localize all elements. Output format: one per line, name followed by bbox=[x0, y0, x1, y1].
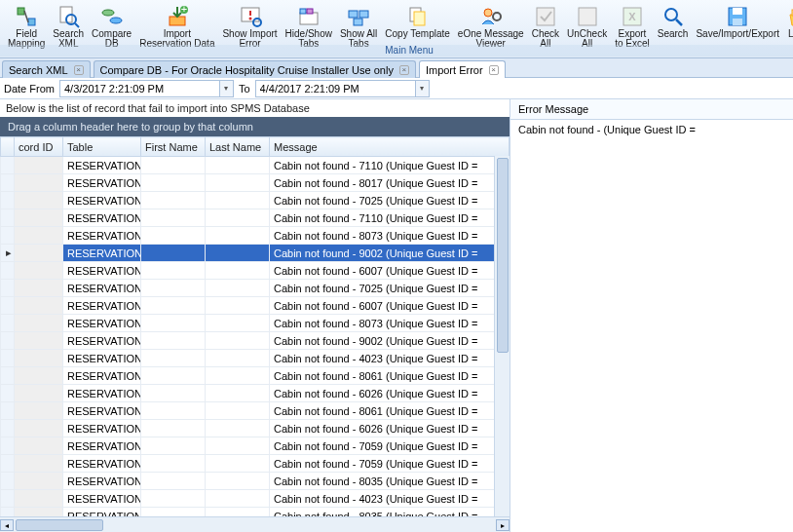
cell-table: RESERVATION bbox=[63, 245, 141, 262]
column-header[interactable]: cord ID bbox=[15, 137, 63, 157]
table-row[interactable]: RESERVATIONCabin not found - 4023 (Uniqu… bbox=[1, 350, 510, 367]
copy-icon bbox=[406, 5, 430, 28]
cell-cord-id bbox=[15, 297, 63, 315]
tab-close-icon[interactable]: × bbox=[399, 65, 409, 75]
cell-last-name bbox=[206, 508, 270, 517]
load-button[interactable]: Load bbox=[783, 3, 793, 41]
cell-cord-id bbox=[15, 245, 63, 262]
table-row[interactable]: RESERVATIONCabin not found - 8035 (Uniqu… bbox=[1, 508, 510, 517]
scrollbar-thumb[interactable] bbox=[16, 519, 103, 531]
table-row[interactable]: RESERVATIONCabin not found - 8061 (Uniqu… bbox=[1, 402, 510, 420]
document-tabs: Search XML×Compare DB - For Oracle Hospi… bbox=[0, 58, 793, 78]
table-row[interactable]: RESERVATIONCabin not found - 7059 (Uniqu… bbox=[1, 455, 510, 473]
button-label: Load bbox=[788, 29, 793, 39]
svg-rect-22 bbox=[537, 8, 554, 25]
table-row[interactable]: RESERVATIONCabin not found - 6007 (Uniqu… bbox=[1, 297, 510, 315]
cell-table: RESERVATION bbox=[63, 402, 141, 420]
table-row[interactable]: ▸RESERVATIONCabin not found - 9002 (Uniq… bbox=[1, 245, 510, 262]
table-row[interactable]: RESERVATIONCabin not found - 8073 (Uniqu… bbox=[1, 227, 510, 245]
svg-rect-29 bbox=[733, 19, 742, 25]
cell-cord-id bbox=[15, 262, 63, 280]
vertical-scrollbar[interactable] bbox=[494, 156, 510, 516]
search-xml-button[interactable]: Search XML bbox=[49, 3, 88, 51]
field-mapping-button[interactable]: Field Mapping bbox=[4, 3, 49, 51]
cell-first-name bbox=[141, 473, 206, 490]
cell-cord-id bbox=[15, 350, 63, 367]
cell-cord-id bbox=[15, 473, 63, 490]
save-import-button[interactable]: Save/Import/Export bbox=[692, 3, 783, 41]
column-header[interactable]: Message bbox=[270, 137, 510, 157]
table-row[interactable]: RESERVATIONCabin not found - 9002 (Uniqu… bbox=[1, 332, 510, 350]
column-header[interactable]: Last Name bbox=[206, 137, 270, 157]
table-row[interactable]: RESERVATIONCabin not found - 7025 (Uniqu… bbox=[1, 280, 510, 297]
svg-rect-13 bbox=[300, 9, 306, 14]
table-row[interactable]: RESERVATIONCabin not found - 6026 (Uniqu… bbox=[1, 385, 510, 402]
tab[interactable]: Search XML× bbox=[2, 60, 91, 78]
search-button[interactable]: Search bbox=[654, 3, 693, 41]
row-indicator bbox=[1, 174, 15, 192]
horizontal-scrollbar[interactable]: ◂ ▸ bbox=[0, 516, 510, 532]
table-row[interactable]: RESERVATIONCabin not found - 7059 (Uniqu… bbox=[1, 437, 510, 455]
cell-last-name bbox=[206, 209, 270, 227]
cell-table: RESERVATION bbox=[63, 227, 141, 245]
cell-last-name bbox=[206, 385, 270, 402]
tab-close-icon[interactable]: × bbox=[74, 65, 84, 75]
date-to-input[interactable] bbox=[255, 80, 416, 97]
show-all-icon bbox=[347, 5, 370, 28]
show-all-tabs-button[interactable]: Show All Tabs bbox=[336, 3, 381, 51]
svg-point-21 bbox=[493, 13, 501, 20]
date-to-dropdown[interactable]: ▾ bbox=[416, 80, 430, 97]
show-import-error-button[interactable]: Show Import Error bbox=[218, 3, 281, 51]
column-header[interactable]: First Name bbox=[141, 137, 206, 157]
uncheck-all-button[interactable]: UnCheck All bbox=[563, 3, 611, 51]
tab-close-icon[interactable]: × bbox=[489, 65, 499, 75]
cell-cord-id bbox=[15, 315, 63, 332]
cell-first-name bbox=[141, 385, 206, 402]
button-label: Copy Template bbox=[385, 29, 450, 39]
cell-last-name bbox=[206, 367, 270, 385]
table-row[interactable]: RESERVATIONCabin not found - 7025 (Uniqu… bbox=[1, 192, 510, 209]
table-row[interactable]: RESERVATIONCabin not found - 8035 (Uniqu… bbox=[1, 473, 510, 490]
cell-first-name bbox=[141, 508, 206, 517]
cell-first-name bbox=[141, 227, 206, 245]
check-all-button[interactable]: Check All bbox=[528, 3, 563, 51]
date-from-input[interactable] bbox=[59, 80, 220, 97]
export-excel-button[interactable]: XExport to Excel bbox=[611, 3, 654, 51]
copy-template-button[interactable]: Copy Template bbox=[381, 3, 454, 41]
hide-show-tabs-button[interactable]: Hide/Show Tabs bbox=[282, 3, 336, 51]
table-row[interactable]: RESERVATIONCabin not found - 8073 (Uniqu… bbox=[1, 315, 510, 332]
eone-msg-button[interactable]: eOne Message Viewer bbox=[454, 3, 528, 51]
cell-first-name bbox=[141, 280, 206, 297]
tab-label: Compare DB - For Oracle Hospitality Crui… bbox=[100, 64, 394, 76]
cell-message: Cabin not found - 8035 (Unique Guest ID … bbox=[270, 508, 510, 517]
cell-table: RESERVATION bbox=[63, 350, 141, 367]
cell-cord-id bbox=[15, 157, 63, 174]
group-by-zone[interactable]: Drag a column header here to group by th… bbox=[0, 117, 510, 136]
table-row[interactable]: RESERVATIONCabin not found - 7110 (Uniqu… bbox=[1, 157, 510, 174]
search-doc-icon bbox=[57, 5, 80, 28]
error-grid[interactable]: cord IDTableFirst NameLast NameMessage R… bbox=[0, 136, 510, 516]
cell-cord-id bbox=[15, 332, 63, 350]
column-header[interactable]: Table bbox=[63, 137, 141, 157]
cell-table: RESERVATION bbox=[63, 297, 141, 315]
tab[interactable]: Import Error× bbox=[419, 60, 506, 78]
table-row[interactable]: RESERVATIONCabin not found - 6007 (Uniqu… bbox=[1, 262, 510, 280]
cell-table: RESERVATION bbox=[63, 455, 141, 473]
table-row[interactable]: RESERVATIONCabin not found - 8061 (Uniqu… bbox=[1, 367, 510, 385]
table-row[interactable]: RESERVATIONCabin not found - 4023 (Uniqu… bbox=[1, 490, 510, 508]
scroll-right-icon[interactable]: ▸ bbox=[496, 519, 510, 531]
table-row[interactable]: RESERVATIONCabin not found - 7110 (Uniqu… bbox=[1, 209, 510, 227]
date-from-dropdown[interactable]: ▾ bbox=[220, 80, 234, 97]
cell-last-name bbox=[206, 420, 270, 437]
scroll-left-icon[interactable]: ◂ bbox=[0, 519, 14, 531]
scrollbar-thumb[interactable] bbox=[497, 158, 509, 353]
compare-db-button[interactable]: Compare DB bbox=[88, 3, 135, 51]
row-indicator bbox=[1, 262, 15, 280]
tab[interactable]: Compare DB - For Oracle Hospitality Crui… bbox=[94, 60, 416, 78]
table-row[interactable]: RESERVATIONCabin not found - 8017 (Uniqu… bbox=[1, 174, 510, 192]
cell-cord-id bbox=[15, 192, 63, 209]
import-res-button[interactable]: +Import Reservation Data bbox=[135, 3, 218, 51]
svg-point-4 bbox=[102, 10, 114, 16]
table-row[interactable]: RESERVATIONCabin not found - 6026 (Uniqu… bbox=[1, 420, 510, 437]
cell-message: Cabin not found - 7059 (Unique Guest ID … bbox=[270, 437, 510, 455]
